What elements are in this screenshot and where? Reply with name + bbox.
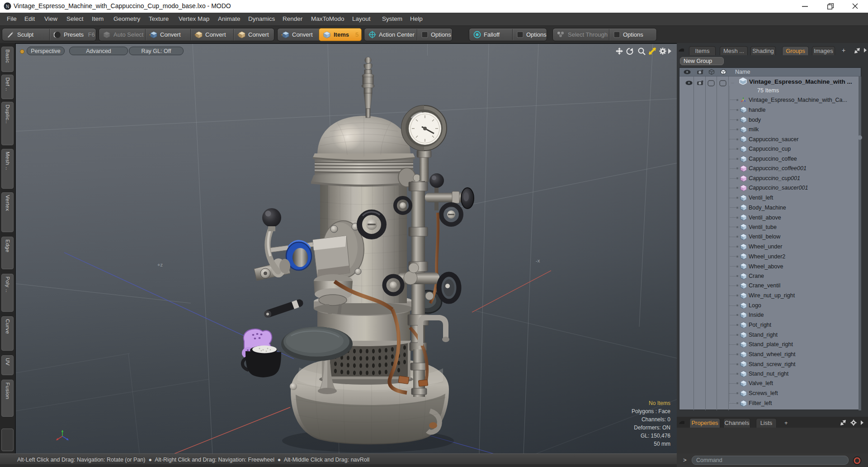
svg-text:N: N [6, 4, 9, 9]
